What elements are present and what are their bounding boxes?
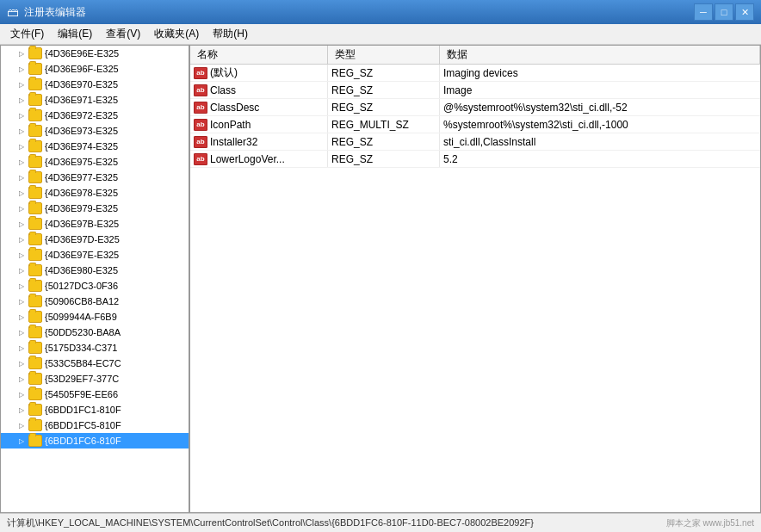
reg-value-icon: ab (194, 84, 207, 96)
folder-icon (28, 357, 42, 369)
tree-item[interactable]: ▷{4D36E97E-E325 (1, 247, 189, 263)
table-row[interactable]: ab(默认)REG_SZImaging devices (190, 65, 760, 82)
tree-expand-icon[interactable]: ▷ (15, 170, 28, 184)
tree-item[interactable]: ▷{4D36E979-E325 (1, 201, 189, 216)
tree-expand-icon[interactable]: ▷ (15, 263, 28, 277)
tree-item[interactable]: ▷{4D36E971-E325 (1, 92, 189, 108)
menu-item-收藏夹(A)[interactable]: 收藏夹(A) (147, 25, 206, 43)
close-button[interactable]: ✕ (735, 3, 754, 21)
cell-name-text: IconPath (210, 119, 251, 131)
tree-item-label: {4D36E975-E325 (45, 157, 118, 167)
tree-item[interactable]: ▷{4D36E96E-E325 (1, 46, 189, 61)
table-row[interactable]: abClassDescREG_SZ@%systemroot%\system32\… (190, 99, 760, 116)
table-row[interactable]: abIconPathREG_MULTI_SZ%systemroot%\syste… (190, 116, 760, 133)
table-row[interactable]: abInstaller32REG_SZsti_ci.dll,ClassInsta… (190, 133, 760, 151)
tree-item[interactable]: ▷{53D29EF7-377C (1, 371, 189, 387)
tree-expand-icon[interactable]: ▷ (15, 201, 28, 215)
tree-item[interactable]: ▷{50906CB8-BA12 (1, 294, 189, 309)
tree-item-label: {4D36E978-E325 (45, 188, 118, 198)
tree-item[interactable]: ▷{4D36E96F-E325 (1, 61, 189, 77)
tree-item[interactable]: ▷{6BDD1FC1-810F (1, 402, 189, 418)
tree-item-label: {50906CB8-BA12 (45, 296, 119, 306)
menu-item-编辑(E)[interactable]: 编辑(E) (51, 25, 99, 43)
table-row[interactable]: abLowerLogoVer...REG_SZ5.2 (190, 151, 760, 168)
maximize-button[interactable]: □ (715, 3, 733, 21)
tree-item[interactable]: ▷{4D36E978-E325 (1, 185, 189, 201)
folder-icon (28, 264, 42, 276)
tree-item[interactable]: ▷{4D36E977-E325 (1, 170, 189, 185)
tree-expand-icon[interactable]: ▷ (15, 325, 28, 339)
col-header-data[interactable]: 数据 (440, 46, 760, 64)
cell-data: @%systemroot%\system32\sti_ci.dll,-52 (440, 99, 760, 115)
menu-item-帮助(H)[interactable]: 帮助(H) (206, 25, 255, 43)
tree-expand-icon[interactable]: ▷ (15, 217, 28, 231)
tree-expand-icon[interactable]: ▷ (15, 93, 28, 107)
tree-expand-icon[interactable]: ▷ (15, 310, 28, 324)
tree-item-label: {5099944A-F6B9 (45, 312, 117, 322)
tree-expand-icon[interactable]: ▷ (15, 418, 28, 432)
tree-expand-icon[interactable]: ▷ (15, 434, 28, 448)
col-header-type[interactable]: 类型 (328, 46, 440, 64)
status-text: 计算机\HKEY_LOCAL_MACHINE\SYSTEM\CurrentCon… (7, 517, 754, 529)
tree-item[interactable]: ▷{4D36E972-E325 (1, 108, 189, 123)
folder-icon (28, 311, 42, 323)
menu-item-文件(F)[interactable]: 文件(F) (3, 25, 51, 43)
tree-panel[interactable]: ▷{4D36E96E-E325▷{4D36E96F-E325▷{4D36E970… (1, 46, 190, 512)
tree-item[interactable]: ▷{533C5B84-EC7C (1, 356, 189, 371)
tree-item[interactable]: ▷{4D36E975-E325 (1, 154, 189, 170)
tree-item[interactable]: ▷{4D36E97B-E325 (1, 216, 189, 232)
tree-item[interactable]: ▷{4D36E970-E325 (1, 77, 189, 92)
tree-item[interactable]: ▷{50127DC3-0F36 (1, 278, 189, 294)
tree-item[interactable]: ▷{54505F9E-EE66 (1, 387, 189, 402)
table-row[interactable]: abClassREG_SZImage (190, 82, 760, 99)
tree-expand-icon[interactable]: ▷ (15, 294, 28, 308)
menu-bar: 文件(F)编辑(E)查看(V)收藏夹(A)帮助(H) (0, 24, 761, 45)
tree-item-label: {4D36E980-E325 (45, 265, 118, 275)
reg-value-icon: ab (194, 119, 207, 131)
tree-expand-icon[interactable]: ▷ (15, 46, 28, 60)
tree-expand-icon[interactable]: ▷ (15, 356, 28, 370)
tree-item[interactable]: ▷{4D36E980-E325 (1, 263, 189, 278)
tree-item[interactable]: ▷{5099944A-F6B9 (1, 309, 189, 325)
tree-item[interactable]: ▷{6BDD1FC5-810F (1, 418, 189, 433)
folder-icon (28, 249, 42, 261)
tree-item[interactable]: ▷{6BDD1FC6-810F (1, 433, 189, 448)
col-header-name[interactable]: 名称 (190, 46, 328, 64)
minimize-button[interactable]: ─ (694, 3, 713, 21)
tree-item[interactable]: ▷{4D36E97D-E325 (1, 232, 189, 247)
tree-expand-icon[interactable]: ▷ (15, 124, 28, 138)
tree-item[interactable]: ▷{4D36E974-E325 (1, 139, 189, 154)
tree-item-label: {50127DC3-0F36 (45, 281, 118, 291)
folder-icon (28, 187, 42, 199)
folder-icon (28, 404, 42, 416)
tree-expand-icon[interactable]: ▷ (15, 62, 28, 76)
tree-expand-icon[interactable]: ▷ (15, 372, 28, 386)
tree-item-label: {4D36E977-E325 (45, 172, 118, 182)
tree-item-label: {4D36E979-E325 (45, 203, 118, 213)
title-bar: 🗃 注册表编辑器 ─ □ ✕ (0, 0, 761, 24)
tree-item[interactable]: ▷{4D36E973-E325 (1, 123, 189, 139)
menu-item-查看(V)[interactable]: 查看(V) (99, 25, 147, 43)
tree-expand-icon[interactable]: ▷ (15, 387, 28, 401)
reg-value-icon: ab (194, 136, 207, 148)
tree-item[interactable]: ▷{50DD5230-BA8A (1, 325, 189, 340)
tree-expand-icon[interactable]: ▷ (15, 108, 28, 122)
tree-expand-icon[interactable]: ▷ (15, 139, 28, 153)
tree-item-label: {4D36E96F-E325 (45, 64, 119, 74)
main-container: ▷{4D36E96E-E325▷{4D36E96F-E325▷{4D36E970… (0, 45, 761, 513)
cell-name-text: LowerLogoVer... (210, 153, 285, 165)
tree-expand-icon[interactable]: ▷ (15, 341, 28, 355)
watermark: 脚本之家 www.jb51.net (666, 517, 754, 529)
tree-expand-icon[interactable]: ▷ (15, 248, 28, 262)
folder-icon (28, 295, 42, 307)
tree-item[interactable]: ▷{5175D334-C371 (1, 340, 189, 356)
tree-expand-icon[interactable]: ▷ (15, 403, 28, 417)
folder-icon (28, 109, 42, 121)
tree-expand-icon[interactable]: ▷ (15, 186, 28, 200)
tree-expand-icon[interactable]: ▷ (15, 77, 28, 91)
tree-expand-icon[interactable]: ▷ (15, 232, 28, 246)
tree-expand-icon[interactable]: ▷ (15, 155, 28, 169)
tree-expand-icon[interactable]: ▷ (15, 279, 28, 293)
tree-item-label: {5175D334-C371 (45, 343, 117, 353)
tree-item-label: {53D29EF7-377C (45, 374, 119, 384)
